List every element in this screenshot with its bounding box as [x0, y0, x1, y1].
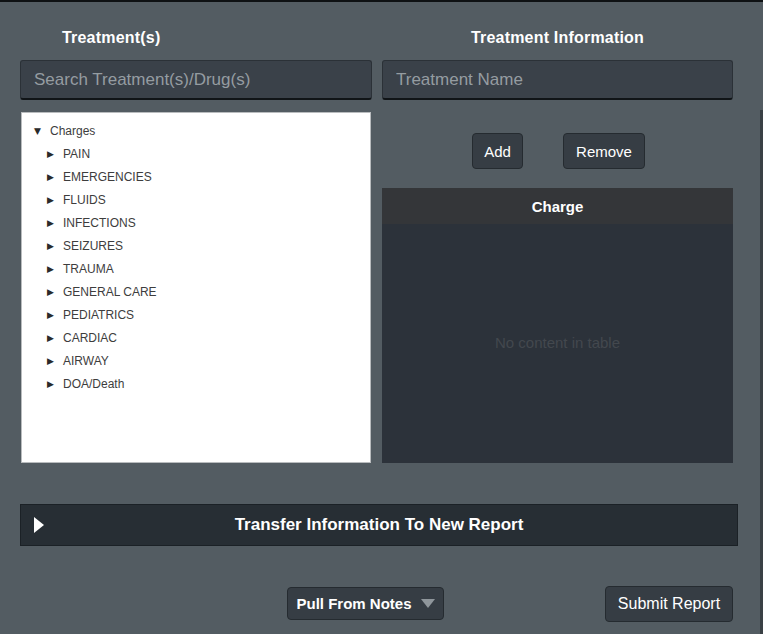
charge-table-body[interactable]: No content in table: [382, 224, 733, 463]
remove-button[interactable]: Remove: [563, 133, 645, 169]
transfer-information-expander[interactable]: Transfer Information To New Report: [20, 504, 738, 546]
tree-node-airway[interactable]: ▶AIRWAY: [22, 349, 370, 372]
tree-node-doa-death[interactable]: ▶DOA/Death: [22, 372, 370, 395]
treatments-title: Treatment(s): [62, 29, 160, 47]
tree-node-label[interactable]: CARDIAC: [63, 331, 117, 345]
tree-node-pain[interactable]: ▶PAIN: [22, 142, 370, 165]
tree-node-pediatrics[interactable]: ▶PEDIATRICS: [22, 303, 370, 326]
tree-node-label[interactable]: DOA/Death: [63, 377, 124, 391]
triangle-right-icon[interactable]: ▶: [47, 264, 63, 274]
triangle-right-icon[interactable]: ▶: [47, 218, 63, 228]
triangle-right-icon[interactable]: ▶: [47, 149, 63, 159]
add-button[interactable]: Add: [472, 133, 523, 169]
triangle-right-icon[interactable]: ▶: [47, 172, 63, 182]
empty-table-text: No content in table: [382, 334, 733, 351]
pull-from-notes-label: Pull From Notes: [296, 595, 411, 612]
tree-node-label[interactable]: EMERGENCIES: [63, 170, 152, 184]
treatments-tree[interactable]: ▼ Charges ▶PAIN▶EMERGENCIES▶FLUIDS▶INFEC…: [21, 112, 371, 463]
triangle-right-icon[interactable]: ▶: [47, 379, 63, 389]
tree-node-charges[interactable]: ▼ Charges: [22, 119, 370, 142]
tree-node-label[interactable]: INFECTIONS: [63, 216, 136, 230]
tree-node-label[interactable]: AIRWAY: [63, 354, 109, 368]
submit-report-button[interactable]: Submit Report: [605, 586, 733, 622]
tree-children: ▶PAIN▶EMERGENCIES▶FLUIDS▶INFECTIONS▶SEIZ…: [22, 142, 370, 395]
transfer-information-label: Transfer Information To New Report: [21, 515, 737, 535]
tree-node-label[interactable]: GENERAL CARE: [63, 285, 157, 299]
chevron-down-icon: [421, 599, 435, 608]
triangle-right-icon[interactable]: ▶: [47, 195, 63, 205]
tree-node-label[interactable]: PEDIATRICS: [63, 308, 134, 322]
tree-node-label[interactable]: PAIN: [63, 147, 90, 161]
tree-node-label[interactable]: SEIZURES: [63, 239, 123, 253]
triangle-right-icon[interactable]: ▶: [47, 310, 63, 320]
charge-table-header: Charge: [382, 188, 733, 224]
tree-node-trauma[interactable]: ▶TRAUMA: [22, 257, 370, 280]
tree-node-infections[interactable]: ▶INFECTIONS: [22, 211, 370, 234]
tree-node-cardiac[interactable]: ▶CARDIAC: [22, 326, 370, 349]
charge-table: Charge No content in table: [382, 188, 733, 463]
tree-node-emergencies[interactable]: ▶EMERGENCIES: [22, 165, 370, 188]
triangle-right-icon[interactable]: ▶: [47, 241, 63, 251]
pull-from-notes-button[interactable]: Pull From Notes: [287, 587, 444, 620]
tree-node-fluids[interactable]: ▶FLUIDS: [22, 188, 370, 211]
triangle-right-icon[interactable]: ▶: [47, 287, 63, 297]
window-top-edge: [0, 0, 763, 2]
triangle-right-icon[interactable]: ▶: [47, 333, 63, 343]
treatment-information-title: Treatment Information: [382, 29, 733, 47]
tree-node-label[interactable]: FLUIDS: [63, 193, 106, 207]
tree-node-label[interactable]: Charges: [50, 124, 95, 138]
triangle-right-icon[interactable]: ▶: [47, 356, 63, 366]
tree-node-seizures[interactable]: ▶SEIZURES: [22, 234, 370, 257]
tree-node-label[interactable]: TRAUMA: [63, 262, 114, 276]
tree-node-general-care[interactable]: ▶GENERAL CARE: [22, 280, 370, 303]
search-treatments-input[interactable]: [20, 60, 372, 100]
treatment-name-input[interactable]: [382, 60, 733, 100]
triangle-down-icon[interactable]: ▼: [34, 126, 50, 136]
